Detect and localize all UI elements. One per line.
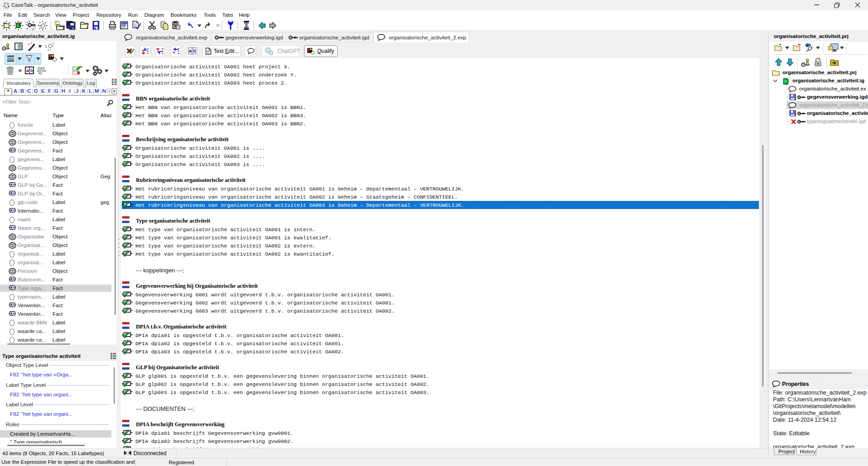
svg-text:a: a xyxy=(26,68,29,73)
svg-text:b: b xyxy=(193,48,196,53)
svg-text:a: a xyxy=(189,48,192,53)
svg-text:b: b xyxy=(30,68,33,73)
